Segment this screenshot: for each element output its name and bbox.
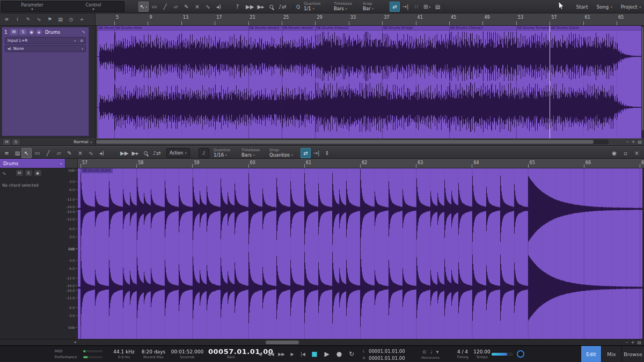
region-label[interactable]: 06 Drums Turnarou <box>516 26 549 31</box>
time-signature-display[interactable]: 4 / 4 Timing <box>453 349 472 360</box>
layers-icon[interactable]: ▤ <box>433 2 443 12</box>
rewind-button[interactable]: ◀◀ <box>266 349 275 359</box>
marker-icon[interactable]: ⚑ <box>45 15 54 24</box>
song-menu[interactable]: Song▾ <box>597 4 612 10</box>
region-label[interactable]: 06 Drums Intro <box>114 26 248 31</box>
position-display[interactable]: 00057.01.01.00 Bars <box>208 349 254 360</box>
stop-button[interactable]: ■ <box>309 349 320 359</box>
edit-scrollbar-thumb[interactable] <box>266 341 299 344</box>
paint-tool[interactable]: ✎ <box>181 2 192 12</box>
track-name[interactable]: Drums <box>45 29 80 35</box>
loop-button[interactable]: ↻ <box>346 349 357 359</box>
scrollbar-thumb[interactable] <box>96 140 594 144</box>
snap-dropdown[interactable]: Snap Bar▾ <box>363 1 386 12</box>
listen-tool[interactable]: ◂) <box>97 148 107 158</box>
global-solo-button[interactable]: S <box>12 139 19 145</box>
region-label[interactable]: 06 Drum <box>98 26 114 31</box>
zoom-out-icon[interactable]: ‒ <box>626 139 629 144</box>
listen-tool[interactable]: ◂) <box>214 2 224 12</box>
chevron-down-icon[interactable]: ▾ <box>436 349 439 354</box>
split-tool[interactable]: ╱ <box>43 148 53 158</box>
play-selection-icon[interactable]: ▶▸ <box>130 148 140 158</box>
metronome-settings-icon[interactable]: ⊙ <box>422 349 427 354</box>
solo-button[interactable]: S <box>19 29 27 35</box>
play-selection-icon[interactable]: ▶▸ <box>255 2 266 12</box>
split-tool[interactable]: ╱ <box>160 2 170 12</box>
track-list-icon[interactable]: ≡ <box>2 15 11 24</box>
region-label[interactable]: 06 Drums Verse1 <box>248 26 281 31</box>
detach-editor-icon[interactable]: ▫ <box>620 148 631 158</box>
autoscroll-icon[interactable]: ⇄ <box>390 2 400 12</box>
timebase-dropdown[interactable]: Timebase Bars▾ <box>334 1 361 12</box>
zoom-out-icon[interactable]: ‒ <box>626 340 628 345</box>
edit-waveform-area[interactable]: 06 Drums Outro <box>78 168 642 339</box>
automation-icon[interactable]: ∿ <box>34 15 43 24</box>
quantize-dropdown[interactable]: Quantize 1/1▾ <box>304 1 331 12</box>
track-mode-dropdown[interactable]: Normal ▾ <box>74 139 92 144</box>
edit-region-label[interactable]: 06 Drums Outro <box>80 168 113 173</box>
tempo-display[interactable]: 120.00 Tempo <box>473 349 491 360</box>
fast-forward-button[interactable]: ▶▶ <box>277 349 286 359</box>
zoom-in-icon[interactable]: + <box>631 340 635 345</box>
input-quantize-button[interactable]: Q <box>293 2 303 11</box>
paint-tool[interactable]: ✎ <box>64 148 75 158</box>
zoom-tool-icon[interactable] <box>266 2 276 12</box>
bend-tool[interactable]: ∿ <box>203 2 213 12</box>
main-volume-slider[interactable] <box>491 352 514 357</box>
autoscroll-icon[interactable]: ⇄ <box>301 148 311 158</box>
browse-view-button[interactable]: Browse <box>621 346 644 362</box>
edit-quantize-dropdown[interactable]: Quantize 1/16▾ <box>214 147 239 158</box>
zoom-preset-icon[interactable]: ▤ <box>638 139 642 144</box>
zoom-in-icon[interactable]: + <box>632 139 635 144</box>
previous-bar-button[interactable]: ◀ <box>255 349 265 359</box>
next-bar-button[interactable]: ▶ <box>288 349 297 359</box>
add-track-icon[interactable]: + <box>77 15 86 24</box>
monitor-button[interactable]: ◉ <box>36 29 42 35</box>
quantize-note-button[interactable]: ♪ <box>199 148 209 158</box>
zoom-tool-icon[interactable] <box>141 148 151 158</box>
pin-editor-icon[interactable]: ◉ <box>609 148 619 158</box>
edit-monitor-button[interactable]: ◉ <box>34 170 41 176</box>
bend-tool[interactable]: ∿ <box>86 148 96 158</box>
output-select[interactable]: ◂) None ▾ <box>5 45 86 52</box>
range-tool[interactable]: ▭ <box>32 148 42 158</box>
arrange-waveform[interactable] <box>97 31 642 138</box>
edit-timeline-ruler[interactable]: 5758596061626364656667 <box>78 159 644 168</box>
input-select[interactable]: Input L+R ▾ ⊚ <box>5 37 86 44</box>
arrow-tool[interactable]: ↖ <box>21 148 32 158</box>
edit-track-selector[interactable]: Drums ▾ <box>0 159 65 168</box>
region-label[interactable]: 06 Drums Chorus2 <box>449 26 516 31</box>
tool-settings-icon[interactable]: ✎ <box>24 15 33 24</box>
scroll-left-marker[interactable]: ◂ <box>74 340 76 344</box>
follow-cursor-icon[interactable]: →| <box>400 2 411 12</box>
close-icon[interactable]: × <box>632 148 642 158</box>
playhead[interactable] <box>550 26 550 138</box>
folder-track-icon[interactable]: ▤ <box>56 15 65 24</box>
help-button[interactable]: ? <box>232 2 243 12</box>
stereo-icon[interactable]: ⊚ <box>80 39 83 43</box>
play-button[interactable]: ▶ <box>321 349 332 359</box>
scrub-tool-icon[interactable]: ♪⇄ <box>151 148 162 158</box>
zoom-preset-icon[interactable]: ▤ <box>637 340 641 345</box>
time-display[interactable]: 00:01:52.000 Seconds <box>168 349 207 360</box>
mix-view-button[interactable]: Mix <box>601 346 621 362</box>
region-label[interactable]: 06 Drums Bridge <box>382 26 449 31</box>
parameter-dropdown[interactable]: Parameter ▼ <box>2 2 63 11</box>
start-button[interactable]: Start <box>576 4 588 10</box>
edit-view-button[interactable]: Edit <box>581 346 601 362</box>
eraser-tool[interactable]: ▱ <box>54 148 64 158</box>
arrow-tool[interactable]: ↖▾ <box>138 2 149 12</box>
output-toggle-button[interactable] <box>517 350 524 358</box>
region-label[interactable]: 06 Drums Chorus1 <box>315 26 382 31</box>
grid-settings-icon[interactable]: ⊞▾ <box>422 2 432 12</box>
track-header-drums[interactable]: 1 M S ● ◉ Drums ∿ Input L+R ▾ ⊚ ◂) None … <box>2 27 89 136</box>
play-from-start-icon[interactable]: ▶▶ <box>245 2 255 12</box>
loop-start-row[interactable]: L 00001.01.01.00 <box>363 348 405 354</box>
scrollbar-thumb[interactable] <box>642 27 643 130</box>
edit-snap-dropdown[interactable]: Snap Quantize▾ <box>269 147 297 158</box>
global-mute-button[interactable]: M <box>3 139 10 145</box>
action-dropdown[interactable]: Action ▾ <box>166 148 190 158</box>
inspector-icon[interactable]: i <box>13 15 22 24</box>
arrange-region[interactable]: 06 Drum06 Drums Intro06 Drums Verse106 D… <box>97 26 642 138</box>
vertical-zoom-icon[interactable]: ⇕ <box>322 148 332 158</box>
